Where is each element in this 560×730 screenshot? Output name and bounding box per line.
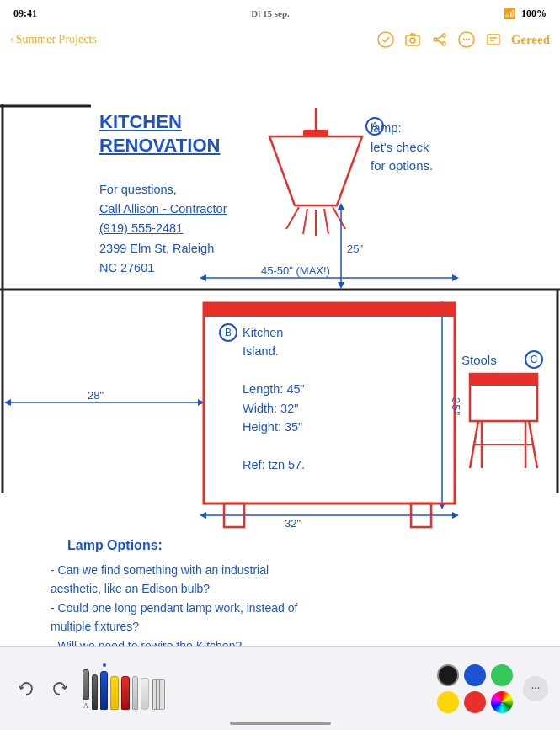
more-tools-button[interactable]: ··· [523, 676, 548, 701]
dim-25: 25" [347, 242, 363, 257]
svg-line-23 [303, 209, 307, 234]
lamp-options-title: Lamp Options: [67, 537, 163, 555]
dim-35: 35" [448, 397, 462, 416]
svg-point-5 [442, 42, 445, 45]
bullet-2: - Could one long pendant lamp work, inst… [51, 599, 531, 637]
svg-marker-38 [439, 503, 445, 509]
battery-icon: 100% [521, 8, 547, 20]
svg-marker-32 [452, 274, 459, 281]
status-time: 09:41 [13, 8, 37, 20]
wifi-icon: 📶 [504, 8, 516, 20]
svg-marker-37 [439, 301, 445, 307]
svg-rect-42 [204, 303, 455, 504]
back-button[interactable]: ‹ Summer Projects [10, 33, 97, 46]
contact-line1: For questions, [99, 180, 227, 200]
svg-marker-35 [198, 399, 205, 406]
svg-point-11 [467, 39, 469, 40]
dim-45-50: 45-50" (MAX!) [261, 264, 330, 279]
pencil-tool[interactable] [132, 668, 138, 710]
svg-rect-43 [204, 303, 455, 317]
color-black[interactable] [437, 664, 459, 686]
chevron-left-icon: ‹ [10, 33, 14, 46]
contact-line5: NC 27601 [99, 258, 227, 278]
color-custom[interactable] [491, 691, 513, 713]
svg-line-26 [333, 207, 345, 229]
svg-line-7 [437, 40, 442, 43]
circle-label-b: B [219, 323, 237, 342]
color-palette [437, 664, 513, 713]
color-blue[interactable] [464, 664, 486, 686]
contact-line3: (919) 555-2481 [99, 219, 227, 238]
color-yellow[interactable] [437, 691, 459, 713]
svg-marker-34 [4, 399, 11, 406]
text-tool[interactable]: A [83, 668, 89, 710]
done-button[interactable]: Gereed [511, 33, 550, 47]
eraser-tool[interactable] [141, 668, 149, 710]
dim-32: 32" [285, 517, 301, 531]
ruler-tool[interactable] [152, 668, 165, 710]
undo-button[interactable] [12, 674, 40, 703]
color-green[interactable] [491, 664, 513, 686]
home-indicator [230, 722, 331, 725]
svg-marker-28 [338, 203, 344, 210]
svg-marker-29 [338, 282, 344, 289]
contact-line4: 2399 Elm St, Raleigh [99, 239, 227, 258]
selected-pen[interactable] [100, 663, 108, 710]
svg-rect-44 [224, 504, 244, 527]
svg-rect-1 [406, 35, 419, 45]
svg-line-48 [470, 421, 478, 468]
camera-icon[interactable] [403, 30, 422, 49]
thin-pen[interactable] [92, 668, 98, 710]
edit-icon[interactable] [484, 30, 503, 49]
drawing-toolbar: A [0, 646, 560, 730]
svg-line-6 [437, 36, 442, 39]
svg-point-0 [378, 32, 393, 47]
status-date: Di 15 sep. [251, 8, 290, 19]
yellow-marker[interactable] [110, 668, 119, 710]
svg-line-22 [286, 207, 299, 229]
nav-actions: Gereed [376, 30, 550, 49]
svg-point-9 [462, 39, 464, 40]
dim-28: 28" [88, 389, 104, 403]
nav-bar: ‹ Summer Projects Gereed [0, 25, 560, 56]
lamp-label: lamp: let's check for options. [371, 119, 433, 176]
contact-info: For questions, Call Allison - Contractor… [99, 180, 227, 278]
note-canvas[interactable]: KITCHENRENOVATION For questions, Call Al… [0, 56, 560, 670]
svg-rect-46 [470, 374, 537, 386]
contact-line2: Call Allison - Contractor [99, 200, 227, 219]
svg-point-10 [465, 39, 467, 40]
status-bar: 09:41 Di 15 sep. 📶 100% [0, 0, 560, 25]
more-icon[interactable] [457, 30, 476, 49]
pen-tools: A [83, 668, 165, 710]
circle-label-c: C [525, 350, 543, 369]
svg-point-4 [434, 38, 437, 41]
svg-line-51 [529, 421, 537, 468]
bullet-1: - Can we find something with an industri… [51, 561, 531, 599]
svg-point-3 [442, 34, 445, 37]
redo-button[interactable] [45, 674, 74, 703]
svg-rect-47 [470, 374, 537, 421]
color-red[interactable] [464, 691, 486, 713]
stool-label: Stools [461, 352, 497, 369]
back-label: Summer Projects [16, 33, 97, 46]
svg-marker-40 [200, 512, 206, 519]
island-label: KitchenIsland. Length: 45" Width: 32" He… [243, 323, 305, 475]
share-icon[interactable] [430, 30, 449, 49]
red-marker[interactable] [121, 668, 130, 710]
svg-marker-41 [452, 512, 459, 519]
checkmark-icon[interactable] [376, 30, 395, 49]
note-title: KITCHENRENOVATION [99, 110, 220, 157]
svg-rect-21 [303, 130, 328, 136]
svg-rect-45 [411, 504, 431, 527]
status-indicators: 📶 100% [504, 8, 547, 20]
svg-line-25 [324, 209, 328, 234]
svg-point-2 [410, 38, 415, 43]
svg-rect-12 [488, 35, 499, 45]
lamp-bullets: - Can we find something with an industri… [51, 561, 531, 655]
